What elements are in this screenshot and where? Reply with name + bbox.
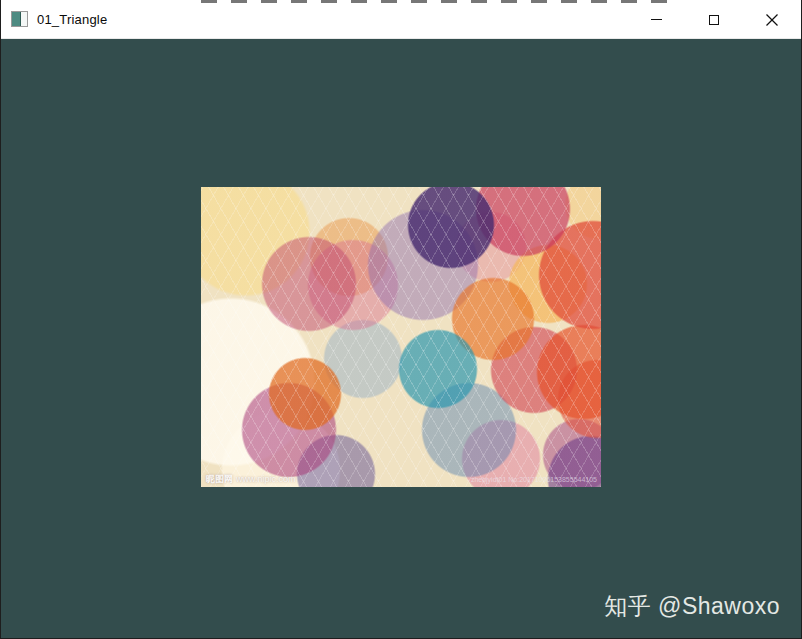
image-watermark-left: 昵图网www.nipic.com [206, 474, 296, 484]
app-icon-right-pane [21, 12, 27, 26]
image-watermark-url: www.nipic.com [236, 474, 296, 484]
title-bar[interactable]: 01_Triangle [1, 0, 801, 39]
gl-viewport: 昵图网www.nipic.com zhebjyidt01 No:20171006… [1, 39, 801, 638]
window-title: 01_Triangle [37, 12, 107, 27]
image-watermark-id: zhebjyidt01 No:20171006153855544105 [471, 476, 597, 484]
zhihu-watermark: 知乎 @Shawoxo [604, 591, 780, 622]
minimize-button[interactable] [627, 0, 685, 39]
window-controls [627, 0, 801, 39]
maximize-button[interactable] [685, 0, 743, 39]
close-icon [766, 14, 778, 26]
app-icon [11, 11, 28, 27]
maximize-icon [709, 15, 719, 25]
image-watermark-brand: 昵图网 [206, 474, 233, 484]
textured-quad-image: 昵图网www.nipic.com zhebjyidt01 No:20171006… [201, 187, 601, 487]
close-button[interactable] [743, 0, 801, 39]
app-icon-left-pane [12, 12, 21, 26]
minimize-icon [651, 19, 662, 20]
screenshot-crop-artifact [201, 0, 671, 3]
app-window: 01_Triangle 昵图网www.nipic.com zhebjyidt01… [0, 0, 802, 639]
